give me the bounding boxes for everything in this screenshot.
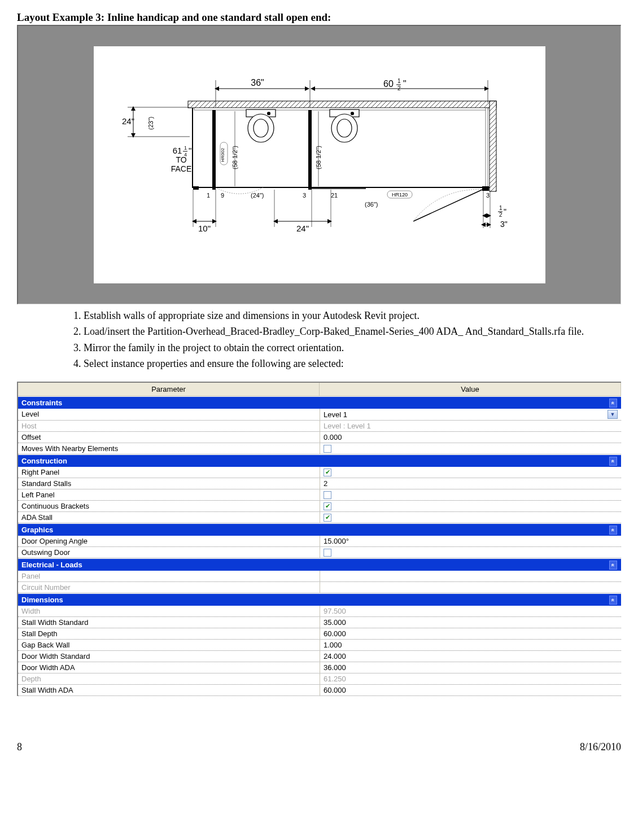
table-row: Door Opening Angle15.000° [18,536,621,547]
svg-text:(36"): (36") [365,201,378,208]
param-value[interactable]: 15.000° [320,536,621,546]
param-name: Door Opening Angle [18,536,320,546]
param-value[interactable]: 2 [320,478,621,489]
dropdown[interactable]: Level 1▼ [324,410,618,419]
param-name: Left Panel [18,489,320,500]
table-row: Moves With Nearby Elements [18,443,621,454]
param-value[interactable] [320,489,621,500]
checkbox[interactable] [324,445,331,453]
param-value[interactable]: ✔ [320,501,621,511]
group-name: Construction [21,457,67,465]
param-value: 97.500 [320,606,621,616]
param-value[interactable]: 1.000 [320,640,621,650]
page-title: Layout Example 3: Inline handicap and on… [17,11,621,24]
table-row: Standard Stalls2 [18,478,621,489]
param-value[interactable] [320,443,621,454]
svg-rect-3 [490,101,496,191]
figure-diagram: 36" 60 1 2 " 24" (23") 61 1 4 " TO FACE [94,46,545,283]
table-row: Circuit Number [18,582,621,593]
param-name: Door Width Standard [18,651,320,662]
param-value[interactable]: 60.000 [320,685,621,695]
table-row: Door Width ADA36.000 [18,662,621,673]
svg-point-14 [254,119,268,137]
svg-text:3: 3 [486,192,490,199]
header-parameter: Parameter [18,383,320,396]
param-value[interactable]: ✔ [320,467,621,478]
collapse-icon[interactable]: « [609,561,617,570]
table-row: Offset0.000 [18,432,621,443]
chevron-down-icon[interactable]: ▼ [608,410,618,419]
svg-text:60: 60 [383,79,394,89]
param-name: Moves With Nearby Elements [18,443,320,454]
svg-text:24": 24" [296,224,308,233]
collapse-icon[interactable]: « [609,457,617,466]
properties-table: Parameter Value Constraints«LevelLevel 1… [17,382,621,696]
group-header[interactable]: Construction« [18,454,621,467]
group-name: Graphics [21,526,53,534]
param-name: Gap Back Wall [18,640,320,650]
group-header[interactable]: Constraints« [18,396,621,409]
param-value: Level : Level 1 [320,421,621,431]
table-row: Panel [18,571,621,582]
param-value[interactable]: Level 1▼ [320,409,621,420]
svg-text:2: 2 [397,85,401,91]
param-value [320,571,621,581]
param-name: ADA Stall [18,512,320,523]
param-value[interactable] [320,547,621,558]
page-footer: 8 8/16/2010 [17,741,621,753]
group-header[interactable]: Electrical - Loads« [18,558,621,571]
param-value[interactable]: ✔ [320,512,621,523]
step-3: Mirror the family in the project to obta… [84,341,621,355]
group-name: Constraints [21,399,62,407]
param-name: Stall Width ADA [18,685,320,695]
group-header[interactable]: Graphics« [18,523,621,536]
param-value[interactable]: 24.000 [320,651,621,662]
param-value[interactable]: 0.000 [320,432,621,443]
param-name: Depth [18,673,320,684]
svg-text:9: 9 [221,192,224,199]
svg-text:HR002: HR002 [220,148,225,162]
svg-text:2: 2 [499,212,502,218]
group-name: Dimensions [21,596,63,604]
collapse-icon[interactable]: « [609,596,617,605]
table-row: Right Panel✔ [18,467,621,478]
checkbox[interactable]: ✔ [324,502,331,510]
header-value: Value [320,383,621,396]
step-2: Load/insert the Partition-Overhead_Brace… [84,325,621,338]
collapse-icon[interactable]: « [609,526,617,535]
table-row: Door Width Standard24.000 [18,651,621,662]
step-1: Establish walls of appropriate size and … [84,309,621,322]
svg-text:1: 1 [184,145,187,151]
param-name: Offset [18,432,320,443]
param-value[interactable]: 60.000 [320,628,621,639]
svg-text:3": 3" [500,220,508,229]
svg-rect-2 [188,101,496,108]
svg-text:61: 61 [172,146,182,155]
param-value[interactable]: 35.000 [320,617,621,628]
svg-text:HR120: HR120 [391,192,407,198]
param-name: Outswing Door [18,547,320,558]
param-name: Level [18,409,320,420]
checkbox[interactable] [324,549,331,557]
table-row: Depth61.250 [18,673,621,685]
instruction-steps: Establish walls of appropriate size and … [68,309,621,370]
param-value [320,582,621,593]
svg-point-15 [267,112,270,115]
checkbox[interactable]: ✔ [324,514,331,522]
svg-text:": " [189,146,191,155]
svg-text:FACE: FACE [171,164,191,173]
svg-rect-5 [486,108,488,187]
param-name: Stall Width Standard [18,617,320,628]
svg-rect-8 [193,186,199,190]
checkbox[interactable]: ✔ [324,469,331,476]
group-header[interactable]: Dimensions« [18,593,621,606]
svg-text:10": 10" [198,224,210,233]
param-value[interactable]: 36.000 [320,662,621,673]
table-row: ADA Stall✔ [18,512,621,523]
checkbox[interactable] [324,491,331,499]
param-name: Panel [18,571,320,581]
collapse-icon[interactable]: « [609,399,617,408]
table-row: Stall Width ADA60.000 [18,685,621,696]
figure-frame: 36" 60 1 2 " 24" (23") 61 1 4 " TO FACE [17,25,621,304]
table-row: Width97.500 [18,606,621,617]
